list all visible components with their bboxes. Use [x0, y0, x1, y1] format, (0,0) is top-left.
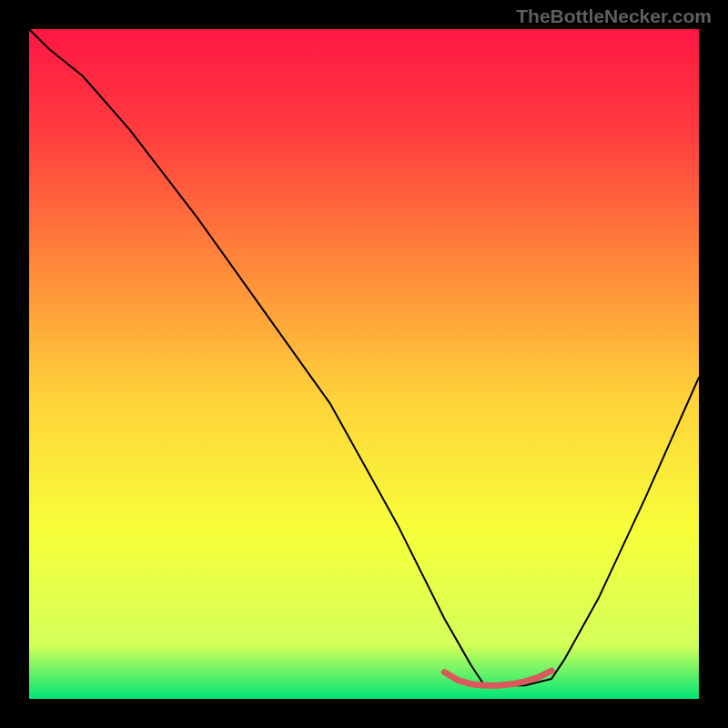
- watermark-text: TheBottleNecker.com: [516, 5, 712, 27]
- chart-svg: [29, 29, 699, 699]
- plot-area: [29, 29, 699, 699]
- chart-container: TheBottleNecker.com: [0, 0, 728, 728]
